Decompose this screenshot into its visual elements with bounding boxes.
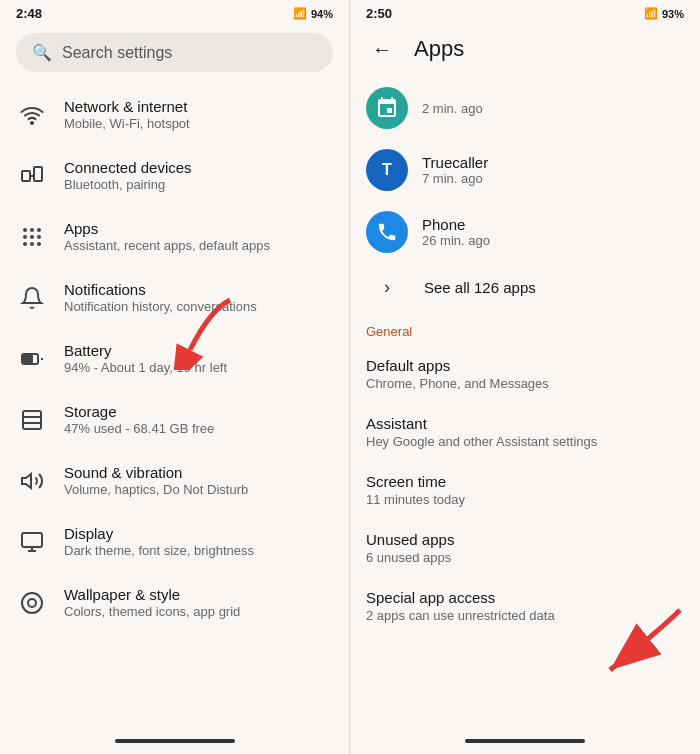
- default-apps-title: Default apps: [366, 357, 684, 374]
- settings-item-battery[interactable]: Battery 94% - About 1 day, 19 hr left: [0, 328, 349, 389]
- settings-item-sound[interactable]: Sound & vibration Volume, haptics, Do No…: [0, 450, 349, 511]
- battery-status: 94%: [311, 8, 333, 20]
- notifications-subtitle: Notification history, conversations: [64, 299, 257, 314]
- settings-item-connected[interactable]: Connected devices Bluetooth, pairing: [0, 145, 349, 206]
- screen-time-subtitle: 11 minutes today: [366, 492, 684, 507]
- special-access-subtitle: 2 apps can use unrestricted data: [366, 608, 684, 623]
- apps-icon: [16, 221, 48, 253]
- app-icon-phone: [366, 211, 408, 253]
- right-sim-icon: 📶: [644, 7, 658, 20]
- assistant-subtitle: Hey Google and other Assistant settings: [366, 434, 684, 449]
- left-status-icons: 📶 94%: [293, 7, 333, 20]
- truecaller-text: Truecaller 7 min. ago: [422, 154, 488, 186]
- left-bottom-bar: [0, 734, 349, 754]
- screen-time-title: Screen time: [366, 473, 684, 490]
- right-time: 2:50: [366, 6, 392, 21]
- svg-rect-1: [22, 171, 30, 181]
- home-indicator: [115, 739, 235, 743]
- svg-point-5: [30, 228, 34, 232]
- notifications-title: Notifications: [64, 281, 257, 298]
- wallpaper-icon: [16, 587, 48, 619]
- battery-title: Battery: [64, 342, 227, 359]
- battery-text: Battery 94% - About 1 day, 19 hr left: [64, 342, 227, 375]
- sound-title: Sound & vibration: [64, 464, 248, 481]
- settings-item-storage[interactable]: Storage 47% used - 68.41 GB free: [0, 389, 349, 450]
- svg-rect-15: [23, 355, 33, 363]
- left-time: 2:48: [16, 6, 42, 21]
- right-home-indicator: [465, 739, 585, 743]
- recent-app-1[interactable]: 2 min. ago: [350, 77, 700, 139]
- settings-list: Network & internet Mobile, Wi-Fi, hotspo…: [0, 84, 349, 734]
- settings-item-display[interactable]: Display Dark theme, font size, brightnes…: [0, 511, 349, 572]
- notifications-icon: [16, 282, 48, 314]
- svg-point-24: [28, 599, 36, 607]
- app-icon-1: [366, 87, 408, 129]
- right-battery-status: 93%: [662, 8, 684, 20]
- app-1-text: 2 min. ago: [422, 101, 483, 116]
- settings-item-apps[interactable]: Apps Assistant, recent apps, default app…: [0, 206, 349, 267]
- svg-point-0: [31, 122, 33, 124]
- connected-title: Connected devices: [64, 159, 192, 176]
- general-item-unused-apps[interactable]: Unused apps 6 unused apps: [350, 519, 700, 577]
- apps-list: 2 min. ago T Truecaller 7 min. ago Phone…: [350, 77, 700, 734]
- storage-subtitle: 47% used - 68.41 GB free: [64, 421, 214, 436]
- truecaller-name: Truecaller: [422, 154, 488, 171]
- connected-text: Connected devices Bluetooth, pairing: [64, 159, 192, 192]
- recent-app-truecaller[interactable]: T Truecaller 7 min. ago: [350, 139, 700, 201]
- general-item-special-access[interactable]: Special app access 2 apps can use unrest…: [350, 577, 700, 635]
- battery-subtitle: 94% - About 1 day, 19 hr left: [64, 360, 227, 375]
- network-title: Network & internet: [64, 98, 190, 115]
- display-text: Display Dark theme, font size, brightnes…: [64, 525, 254, 558]
- apps-page-title: Apps: [414, 36, 464, 62]
- left-panel: 2:48 📶 94% 🔍 Search settings Network & i…: [0, 0, 350, 754]
- svg-point-4: [23, 228, 27, 232]
- right-status-icons: 📶 93%: [644, 7, 684, 20]
- general-item-default-apps[interactable]: Default apps Chrome, Phone, and Messages: [350, 345, 700, 403]
- right-header: ← Apps: [350, 25, 700, 77]
- settings-item-wallpaper[interactable]: Wallpaper & style Colors, themed icons, …: [0, 572, 349, 633]
- settings-item-network[interactable]: Network & internet Mobile, Wi-Fi, hotspo…: [0, 84, 349, 145]
- svg-point-8: [30, 235, 34, 239]
- sound-icon: [16, 465, 48, 497]
- display-icon: [16, 526, 48, 558]
- storage-icon: [16, 404, 48, 436]
- phone-time: 26 min. ago: [422, 233, 490, 248]
- assistant-title: Assistant: [366, 415, 684, 432]
- wallpaper-subtitle: Colors, themed icons, app grid: [64, 604, 240, 619]
- display-subtitle: Dark theme, font size, brightness: [64, 543, 254, 558]
- sim-icon: 📶: [293, 7, 307, 20]
- see-all-apps[interactable]: › See all 126 apps: [350, 263, 700, 312]
- recent-app-phone[interactable]: Phone 26 min. ago: [350, 201, 700, 263]
- svg-rect-16: [23, 411, 41, 429]
- special-access-title: Special app access: [366, 589, 684, 606]
- general-item-screen-time[interactable]: Screen time 11 minutes today: [350, 461, 700, 519]
- svg-point-10: [23, 242, 27, 246]
- storage-text: Storage 47% used - 68.41 GB free: [64, 403, 214, 436]
- wifi-icon: [16, 99, 48, 131]
- back-button[interactable]: ←: [366, 33, 398, 65]
- wallpaper-text: Wallpaper & style Colors, themed icons, …: [64, 586, 240, 619]
- settings-item-notifications[interactable]: Notifications Notification history, conv…: [0, 267, 349, 328]
- svg-rect-20: [22, 533, 42, 547]
- apps-subtitle: Assistant, recent apps, default apps: [64, 238, 270, 253]
- sound-text: Sound & vibration Volume, haptics, Do No…: [64, 464, 248, 497]
- svg-point-23: [22, 593, 42, 613]
- search-placeholder: Search settings: [62, 44, 172, 62]
- wallpaper-title: Wallpaper & style: [64, 586, 240, 603]
- truecaller-time: 7 min. ago: [422, 171, 488, 186]
- svg-marker-19: [22, 474, 31, 488]
- apps-title: Apps: [64, 220, 270, 237]
- app-1-time: 2 min. ago: [422, 101, 483, 116]
- search-bar[interactable]: 🔍 Search settings: [16, 33, 333, 72]
- phone-text: Phone 26 min. ago: [422, 216, 490, 248]
- right-status-bar: 2:50 📶 93%: [350, 0, 700, 25]
- network-subtitle: Mobile, Wi-Fi, hotspot: [64, 116, 190, 131]
- app-icon-truecaller: T: [366, 149, 408, 191]
- svg-point-9: [37, 235, 41, 239]
- general-item-assistant[interactable]: Assistant Hey Google and other Assistant…: [350, 403, 700, 461]
- svg-point-11: [30, 242, 34, 246]
- right-panel: 2:50 📶 93% ← Apps 2 min. ago T: [350, 0, 700, 754]
- phone-name: Phone: [422, 216, 490, 233]
- svg-point-7: [23, 235, 27, 239]
- connected-icon: [16, 160, 48, 192]
